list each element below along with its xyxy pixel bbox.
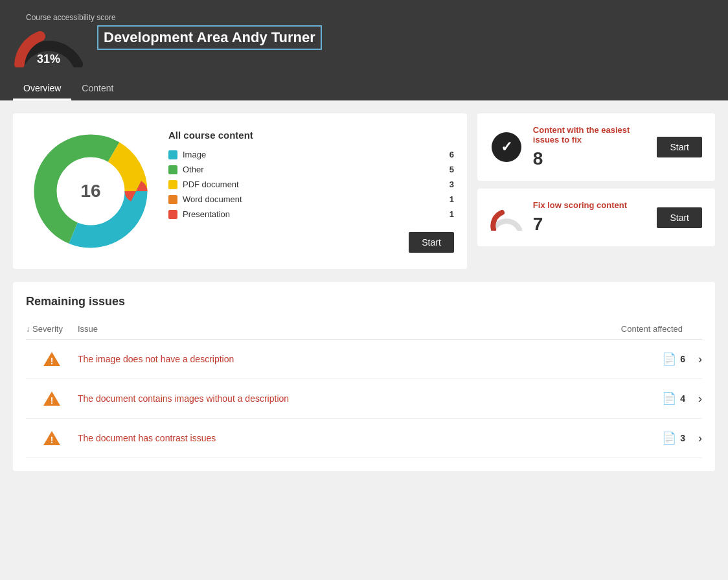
affected-col-2: 📄 3	[588, 431, 692, 445]
checkmark-circle	[492, 132, 521, 162]
issue-row[interactable]: ! The document has contrast issues 📄 3 ›	[26, 419, 702, 458]
legend-dot-word	[168, 195, 177, 204]
easiest-start-button[interactable]: Start	[657, 137, 702, 157]
donut-center-number: 16	[80, 181, 100, 202]
header-top: Course accessibility score 31% Developme…	[13, 8, 715, 75]
legend-items: Image 6 Other 5 PDF document 3	[168, 150, 454, 219]
legend-count-presentation: 1	[449, 209, 454, 219]
severity-icon-0: !	[26, 350, 78, 368]
right-cards: Content with the easiest issues to fix 8…	[477, 113, 715, 269]
chevron-right-2: ›	[692, 432, 702, 445]
legend-dot-image	[168, 150, 177, 159]
legend-label-word: Word document	[183, 194, 444, 204]
easiest-issues-card: Content with the easiest issues to fix 8…	[477, 113, 715, 181]
affected-count-0: 6	[680, 354, 685, 364]
legend-item-word: Word document 1	[168, 194, 454, 204]
low-score-card-label: Fix low scoring content	[533, 200, 647, 210]
tabs: Overview Content	[13, 78, 715, 100]
issue-row[interactable]: ! The document contains images without a…	[26, 379, 702, 419]
header: Course accessibility score 31% Developme…	[0, 0, 728, 100]
issue-text-0: The image does not have a description	[78, 354, 588, 364]
legend-count-pdf: 3	[449, 180, 454, 189]
cards-row: 16 All course content Image 6 Other	[13, 113, 715, 269]
easiest-card-number: 8	[533, 148, 647, 169]
legend-dot-presentation	[168, 210, 177, 219]
all-content-start-button[interactable]: Start	[409, 232, 454, 253]
issue-column-header: Issue	[78, 324, 598, 334]
svg-text:!: !	[51, 435, 54, 445]
legend-count-word: 1	[449, 194, 454, 204]
low-score-card-body: Fix low scoring content 7	[533, 200, 647, 235]
legend-title: All course content	[168, 130, 454, 141]
severity-icon-1: !	[26, 389, 78, 408]
remaining-issues-title: Remaining issues	[26, 295, 702, 308]
easiest-card-label: Content with the easiest issues to fix	[533, 125, 647, 145]
checkmark-icon	[490, 131, 523, 163]
chevron-right-0: ›	[692, 353, 702, 366]
legend-item-other: Other 5	[168, 165, 454, 174]
affected-column-header: Content affected	[598, 324, 702, 334]
doc-icon-1: 📄	[662, 391, 676, 406]
doc-icon-0: 📄	[662, 352, 676, 366]
tab-overview[interactable]: Overview	[13, 78, 71, 100]
issue-row[interactable]: ! The image does not have a description …	[26, 340, 702, 379]
all-content-card: 16 All course content Image 6 Other	[13, 113, 467, 269]
course-title: Development Area Andy Turner	[97, 25, 322, 50]
affected-count-1: 4	[680, 393, 685, 404]
legend-count-other: 5	[449, 165, 454, 174]
sort-down-icon: ↓	[26, 325, 30, 334]
main-content: 16 All course content Image 6 Other	[0, 100, 728, 484]
legend-item-pdf: PDF document 3	[168, 180, 454, 189]
legend-label-image: Image	[183, 150, 444, 159]
legend-label-other: Other	[183, 165, 444, 174]
low-score-start-button[interactable]: Start	[657, 207, 702, 228]
svg-text:!: !	[51, 356, 54, 366]
low-score-card-number: 7	[533, 214, 647, 235]
affected-col-0: 📄 6	[588, 352, 692, 366]
issues-table-header: ↓ Severity Issue Content affected	[26, 319, 702, 340]
affected-count-2: 3	[680, 433, 685, 443]
low-score-card: Fix low scoring content 7 Start	[477, 189, 715, 246]
gauge-chart: 31%	[13, 22, 84, 67]
doc-icon-2: 📄	[662, 431, 676, 445]
legend-count-image: 6	[449, 150, 454, 159]
affected-col-1: 📄 4	[588, 391, 692, 406]
score-label: Course accessibility score	[26, 13, 116, 22]
chevron-right-1: ›	[692, 392, 702, 406]
legend-label-presentation: Presentation	[183, 209, 444, 219]
tab-content[interactable]: Content	[71, 78, 124, 100]
gauge-percent: 31%	[37, 52, 60, 66]
warning-triangle-0: !	[43, 350, 61, 368]
legend-label-pdf: PDF document	[183, 180, 444, 189]
gauge-small-icon	[490, 202, 523, 234]
severity-column-header: ↓ Severity	[26, 324, 78, 334]
legend-dot-other	[168, 165, 177, 174]
easiest-card-body: Content with the easiest issues to fix 8	[533, 125, 647, 169]
issue-text-2: The document has contrast issues	[78, 433, 588, 443]
issue-text-1: The document contains images without a d…	[78, 393, 588, 404]
svg-text:!: !	[51, 395, 54, 406]
donut-chart: 16	[26, 126, 155, 256]
legend-item-presentation: Presentation 1	[168, 209, 454, 219]
legend-dot-pdf	[168, 180, 177, 189]
gauge-icon-svg	[490, 205, 523, 231]
warning-triangle-1: !	[43, 389, 61, 408]
legend-item-image: Image 6	[168, 150, 454, 159]
severity-header-label: Severity	[32, 324, 63, 334]
legend-section: All course content Image 6 Other 5	[168, 130, 454, 253]
warning-triangle-2: !	[43, 429, 61, 447]
remaining-issues-section: Remaining issues ↓ Severity Issue Conten…	[13, 282, 715, 471]
severity-icon-2: !	[26, 429, 78, 447]
